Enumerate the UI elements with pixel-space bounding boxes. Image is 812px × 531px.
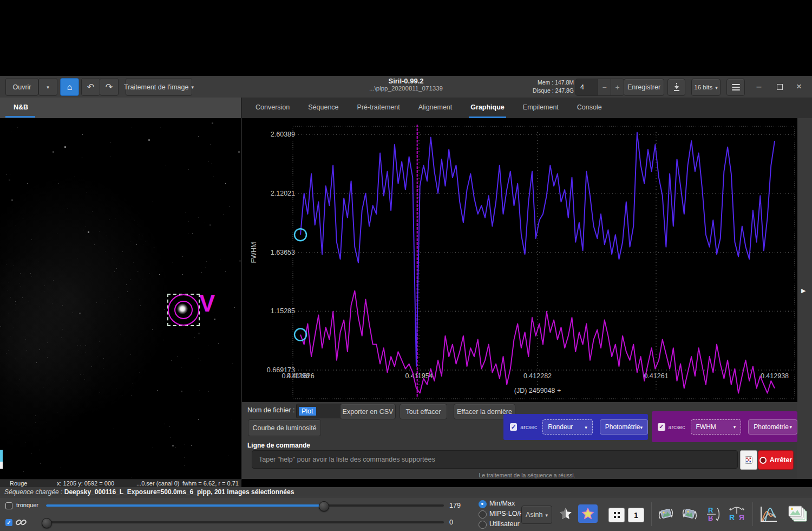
- high-slider-handle[interactable]: [319, 501, 329, 511]
- chevron-down-icon: ▾: [734, 425, 736, 430]
- dice-icon: [745, 456, 752, 464]
- clear-all-button[interactable]: Tout effacer: [400, 404, 447, 419]
- image-status-bar: Rouge x: 1205 y: 0592 = 000 ...0.ser (ca…: [0, 479, 241, 488]
- undo-button[interactable]: ↶: [81, 78, 100, 96]
- sequence-prefix: Séquence chargée :: [4, 488, 62, 496]
- tab-console[interactable]: Console: [568, 98, 611, 118]
- arcsec-checkbox-roundness[interactable]: ✓: [510, 423, 517, 431]
- hamburger-icon: [732, 83, 740, 92]
- sequence-info: Deepsky_000116_L_Exposure=500.0ms_6_pipp…: [64, 488, 294, 496]
- flip-horizontal-button[interactable]: R R: [726, 504, 747, 524]
- low-slider-track[interactable]: [46, 521, 444, 523]
- left-tab-bar: N&B: [0, 98, 241, 118]
- svg-text:1.15285: 1.15285: [271, 307, 295, 315]
- mipslohi-label: MIPS-LO/HI: [489, 510, 526, 517]
- mipslohi-radio[interactable]: [479, 510, 487, 519]
- filename-input[interactable]: Plot: [296, 404, 345, 418]
- flip-vertical-button[interactable]: R R: [704, 504, 722, 524]
- filename-label: Nom de fichier :: [247, 406, 295, 414]
- plot-type-dropdown-roundness[interactable]: Rondeur▾: [542, 419, 592, 435]
- export-csv-button[interactable]: Exporter en CSV: [340, 404, 396, 419]
- export-save-as-button[interactable]: [667, 79, 685, 96]
- source-dropdown-fwhm[interactable]: Photométrie▾: [748, 419, 797, 435]
- cursor-coords: x: 1205 y: 0592 = 000: [57, 480, 114, 488]
- tab-nb[interactable]: N&B: [14, 98, 28, 117]
- stop-icon: [759, 457, 767, 464]
- main-tab-bar: Conversion Séquence Pré-traitement Align…: [242, 98, 812, 118]
- rotate-right-button[interactable]: [680, 505, 699, 523]
- svg-text:0.412282: 0.412282: [523, 372, 552, 380]
- restore-button[interactable]: [773, 80, 786, 93]
- svg-text:0.412938: 0.412938: [761, 372, 789, 380]
- zoom-plus-button[interactable]: +: [611, 79, 624, 95]
- fwhm-group: ✓ arcsec FWHM▾ Photométrie▾: [652, 411, 797, 442]
- svg-text:0.411626: 0.411626: [286, 372, 314, 380]
- zoom-spinner[interactable]: 4 − +: [575, 79, 624, 96]
- toolbar-separator: [651, 502, 652, 526]
- filename-value: Plot: [299, 407, 316, 416]
- low-slider-value: 0: [449, 519, 468, 526]
- svg-text:0.41261: 0.41261: [644, 372, 668, 380]
- screen-black-margin: [0, 0, 812, 76]
- tab-empilement[interactable]: Empilement: [514, 98, 568, 118]
- command-input[interactable]: [252, 450, 738, 469]
- tab-graphique[interactable]: Graphique: [461, 98, 514, 118]
- expander-icon: ▶: [801, 287, 806, 294]
- close-button[interactable]: ×: [793, 80, 806, 93]
- open-dropdown-button[interactable]: ▾: [38, 78, 57, 96]
- panel-expander[interactable]: ▶: [801, 287, 806, 294]
- image-display[interactable]: V: [0, 118, 241, 479]
- arcsec-checkbox-fwhm[interactable]: ✓: [658, 423, 665, 431]
- chevron-down-icon: ▾: [585, 425, 587, 430]
- svg-text:R: R: [708, 514, 713, 522]
- open-button[interactable]: Ouvrir: [5, 78, 38, 96]
- disk-info: Disque : 247.8G: [528, 87, 574, 95]
- tab-alignement[interactable]: Alignement: [409, 98, 462, 118]
- source-dropdown-roundness[interactable]: Photométrie▾: [600, 419, 648, 435]
- svg-text:2.12021: 2.12021: [271, 190, 295, 197]
- stop-button[interactable]: Arrêter: [758, 450, 794, 470]
- window-title-block: Siril-0.99.2 ...\pipp_20200811_071339: [325, 77, 487, 92]
- stretch-dropdown[interactable]: Asinh▾: [521, 506, 552, 524]
- chevron-down-icon: ▾: [715, 86, 718, 90]
- tab-conversion[interactable]: Conversion: [246, 98, 299, 118]
- sequence-images-button[interactable]: [785, 503, 810, 526]
- high-slider-value: 179: [449, 502, 468, 509]
- chevron-down-icon: ▾: [191, 85, 194, 90]
- hamburger-menu-button[interactable]: [726, 79, 745, 96]
- dither-button[interactable]: [608, 508, 625, 522]
- bit-depth-dropdown[interactable]: 16 bits▾: [691, 79, 721, 96]
- undo-icon: ↶: [87, 82, 94, 92]
- link-checkbox[interactable]: ✓: [5, 519, 12, 526]
- chevron-down-icon: ▾: [789, 425, 792, 430]
- minimize-button[interactable]: –: [752, 80, 765, 93]
- redo-button[interactable]: ↷: [100, 78, 119, 96]
- half-star-icon: [559, 507, 573, 521]
- fwhm-plot[interactable]: 2.603892.120211.636531.152850.6691730.41…: [246, 125, 797, 403]
- tab-pretraitement[interactable]: Pré-traitement: [348, 98, 409, 118]
- current-file: ...0.ser (canal 0): [136, 480, 179, 488]
- svg-text:R: R: [729, 513, 735, 522]
- save-button[interactable]: Enregistrer: [624, 79, 664, 96]
- image-processing-menu-button[interactable]: Traitement de l'image▾: [126, 78, 192, 96]
- color-star-icon: [581, 508, 594, 520]
- truncate-checkbox[interactable]: [5, 502, 12, 509]
- process-status-message: Le traitement de la séquence a réussi.: [242, 472, 812, 478]
- star-detection-toggle[interactable]: [556, 505, 575, 522]
- home-button[interactable]: ⌂: [60, 78, 79, 96]
- rotate-left-button[interactable]: [656, 505, 676, 523]
- window-subtitle: ...\pipp_20200811_071339: [325, 85, 487, 92]
- plot-type-dropdown-fwhm[interactable]: FWHM▾: [691, 419, 742, 435]
- sequence-status-line: Séquence chargée : Deepsky_000116_L_Expo…: [0, 487, 812, 497]
- zoom-minus-button[interactable]: −: [598, 79, 611, 95]
- histogram-button[interactable]: [757, 504, 780, 524]
- star-detection-button[interactable]: [578, 504, 598, 523]
- zoom-one-button[interactable]: 1: [628, 508, 644, 522]
- tab-sequence[interactable]: Séquence: [299, 98, 348, 118]
- low-slider-handle[interactable]: [42, 518, 52, 528]
- user-radio[interactable]: [479, 521, 487, 529]
- minmax-radio[interactable]: [479, 500, 487, 508]
- command-dialog-button[interactable]: [740, 450, 757, 470]
- svg-text:FWHM: FWHM: [250, 242, 258, 263]
- light-curve-button[interactable]: Courbe de luminosité: [248, 419, 321, 436]
